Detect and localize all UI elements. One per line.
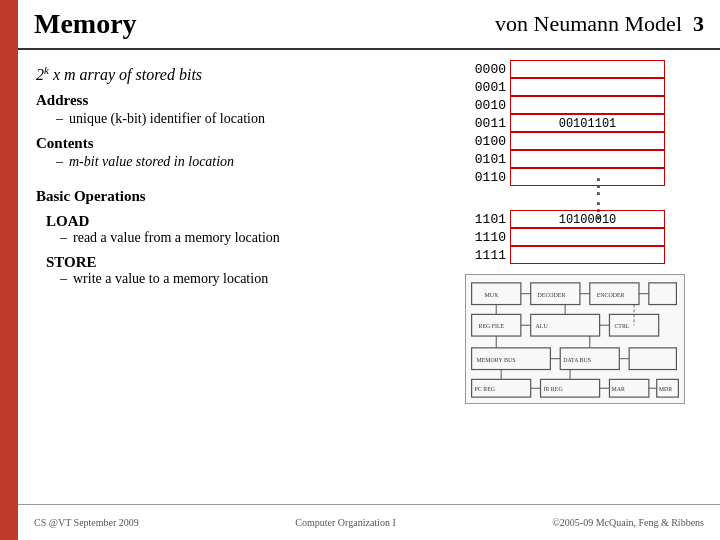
address-bullet: unique (k-bit) identifier of location: [56, 111, 422, 127]
memory-data: [510, 246, 665, 264]
svg-text:MDR: MDR: [659, 386, 672, 392]
store-label: STORE: [46, 254, 422, 271]
store-bullet: write a value to a memory location: [60, 271, 422, 287]
load-label: LOAD: [46, 213, 422, 230]
memory-row: 0100: [465, 132, 685, 150]
page-title: Memory: [34, 8, 137, 40]
svg-text:DATA BUS: DATA BUS: [563, 357, 591, 363]
svg-text:REG FILE: REG FILE: [479, 323, 505, 329]
svg-text:PC REG: PC REG: [475, 386, 496, 392]
array-description: 2k x m array of stored bits: [36, 64, 422, 84]
svg-text:MAR: MAR: [611, 386, 624, 392]
memory-table-bottom: 1101 10100010 1110 1111: [465, 210, 685, 264]
memory-addr: 0101: [465, 152, 510, 167]
svg-text:ALU: ALU: [536, 323, 549, 329]
left-panel: 2k x m array of stored bits Address uniq…: [18, 50, 440, 504]
footer-center: Computer Organization I: [295, 517, 395, 528]
memory-row: 0101: [465, 150, 685, 168]
footer-left: CS @VT September 2009: [34, 517, 139, 528]
memory-addr: 0010: [465, 98, 510, 113]
memory-addr: 0001: [465, 80, 510, 95]
memory-data: [510, 228, 665, 246]
svg-text:CTRL: CTRL: [614, 323, 629, 329]
memory-data: 00101101: [510, 114, 665, 132]
memory-data: [510, 60, 665, 78]
memory-row: 1101 10100010: [465, 210, 685, 228]
main-content: 2k x m array of stored bits Address uniq…: [18, 50, 720, 504]
memory-data: [510, 78, 665, 96]
memory-table-top: 0000 0001 0010 0011 00101101 0100 0101 0…: [465, 60, 685, 186]
header-subtitle: von Neumann Model 3: [495, 11, 704, 37]
address-label: Address: [36, 92, 422, 109]
svg-text:MEMORY BUS: MEMORY BUS: [477, 357, 516, 363]
memory-row: 1111: [465, 246, 685, 264]
circuit-svg: MUX DECODER ENCODER REG FILE ALU CTRL ME…: [466, 275, 684, 403]
footer: CS @VT September 2009 Computer Organizat…: [18, 504, 720, 540]
memory-row: 0010: [465, 96, 685, 114]
circuit-diagram: MUX DECODER ENCODER REG FILE ALU CTRL ME…: [465, 274, 685, 404]
memory-addr: 0110: [465, 170, 510, 185]
memory-row: 0011 00101101: [465, 114, 685, 132]
svg-text:IR REG: IR REG: [543, 386, 563, 392]
operations-label: Basic Operations: [36, 188, 422, 205]
memory-addr: 0000: [465, 62, 510, 77]
memory-data: 10100010: [510, 210, 665, 228]
svg-text:MUX: MUX: [484, 292, 498, 298]
memory-addr: 1101: [465, 212, 510, 227]
svg-text:DECODER: DECODER: [538, 292, 566, 298]
operations-section: Basic Operations LOAD read a value from …: [36, 188, 422, 287]
contents-bullet: m-bit value stored in location: [56, 154, 422, 170]
memory-row: 0110: [465, 168, 685, 186]
svg-rect-17: [629, 348, 676, 370]
memory-addr: 1110: [465, 230, 510, 245]
header: Memory von Neumann Model 3: [18, 0, 720, 50]
svg-rect-3: [649, 283, 677, 305]
right-panel: 0000 0001 0010 0011 00101101 0100 0101 0…: [440, 50, 720, 504]
left-accent-bar: [0, 0, 18, 540]
memory-dots-row: ⋮⋮: [539, 186, 611, 210]
load-bullet: read a value from a memory location: [60, 230, 422, 246]
memory-data: [510, 132, 665, 150]
svg-text:ENCODER: ENCODER: [597, 292, 625, 298]
memory-data: [510, 96, 665, 114]
memory-data: [510, 150, 665, 168]
memory-row: 0000: [465, 60, 685, 78]
memory-row: 0001: [465, 78, 685, 96]
footer-right: ©2005-09 McQuain, Feng & Ribbens: [552, 517, 704, 528]
memory-row: 1110: [465, 228, 685, 246]
memory-addr: 1111: [465, 248, 510, 263]
memory-addr: 0011: [465, 116, 510, 131]
contents-label: Contents: [36, 135, 422, 152]
memory-addr: 0100: [465, 134, 510, 149]
